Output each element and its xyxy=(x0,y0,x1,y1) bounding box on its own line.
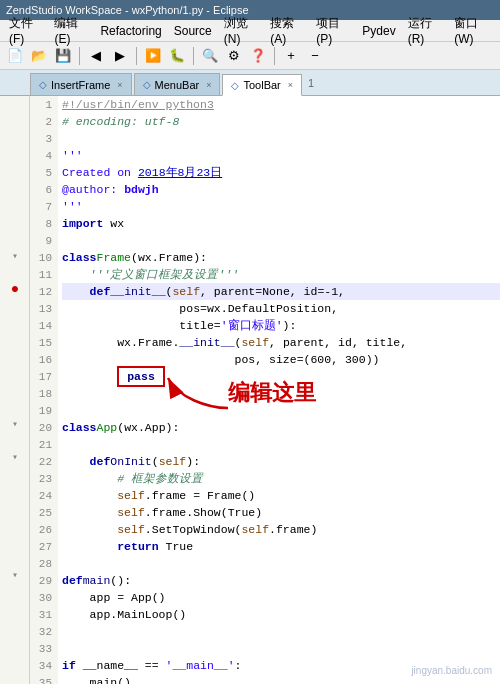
linenum-13: 13 xyxy=(34,300,54,317)
menu-search[interactable]: 搜索(A) xyxy=(265,14,309,47)
menu-browse[interactable]: 浏览(N) xyxy=(219,14,264,47)
tab-insertframe-icon: ◇ xyxy=(39,79,47,90)
code-line-30: app = App() xyxy=(62,589,500,606)
linenum-8: 8 xyxy=(34,215,54,232)
gutter-22[interactable]: ▾ xyxy=(0,449,30,466)
save-button[interactable]: 💾 xyxy=(52,45,74,67)
linenum-10: 10 xyxy=(34,249,54,266)
gutter-7 xyxy=(0,197,30,214)
menu-window[interactable]: 窗口(W) xyxy=(449,14,496,47)
search-button[interactable]: 🔍 xyxy=(199,45,221,67)
tab-insertframe-label: InsertFrame xyxy=(51,79,110,91)
gutter-10[interactable]: ▾ xyxy=(0,247,30,264)
code-line-27: return True xyxy=(62,538,500,555)
code-line-2: # encoding: utf-8 xyxy=(62,113,500,130)
zoom-out-button[interactable]: − xyxy=(304,45,326,67)
tab-menubar[interactable]: ◇ MenuBar × xyxy=(134,73,221,95)
linenum-34: 34 xyxy=(34,657,54,674)
menu-run[interactable]: 运行(R) xyxy=(403,14,448,47)
tab-menubar-close[interactable]: × xyxy=(206,80,211,90)
menu-pydev[interactable]: Pydev xyxy=(357,23,400,39)
tab-insertframe[interactable]: ◇ InsertFrame × xyxy=(30,73,132,95)
gutter-12-breakpoint[interactable]: ● xyxy=(0,281,30,298)
menu-source[interactable]: Source xyxy=(169,23,217,39)
code-line-32 xyxy=(62,623,500,640)
linenum-18: 18 xyxy=(34,385,54,402)
gutter-32 xyxy=(0,617,30,634)
linenum-30: 30 xyxy=(34,589,54,606)
tab-toolbar-close[interactable]: × xyxy=(288,80,293,90)
code-line-12: def __init__(self, parent=None, id=-1, xyxy=(62,283,500,300)
code-line-25: self.frame.Show(True) xyxy=(62,504,500,521)
menu-refactoring[interactable]: Refactoring xyxy=(95,23,166,39)
gutter-1 xyxy=(0,96,30,113)
linenum-12: 12 xyxy=(34,283,54,300)
tab-toolbar-label: ToolBar xyxy=(243,79,280,91)
open-button[interactable]: 📂 xyxy=(28,45,50,67)
zoom-in-button[interactable]: + xyxy=(280,45,302,67)
forward-button[interactable]: ▶ xyxy=(109,45,131,67)
gutter-25 xyxy=(0,499,30,516)
code-lines[interactable]: #!/usr/bin/env python3 # encoding: utf-8… xyxy=(58,96,500,684)
debug-button[interactable]: 🐛 xyxy=(166,45,188,67)
gutter-34 xyxy=(0,650,30,667)
gutter-19 xyxy=(0,398,30,415)
menu-file[interactable]: 文件(F) xyxy=(4,14,47,47)
code-line-29: def main(): xyxy=(62,572,500,589)
gutter-8 xyxy=(0,214,30,231)
new-button[interactable]: 📄 xyxy=(4,45,26,67)
tab-counter: 1 xyxy=(308,77,500,89)
linenum-25: 25 xyxy=(34,504,54,521)
gutter-30 xyxy=(0,583,30,600)
linenum-27: 27 xyxy=(34,538,54,555)
gutter-15 xyxy=(0,331,30,348)
linenum-32: 32 xyxy=(34,623,54,640)
linenum-31: 31 xyxy=(34,606,54,623)
gutter-17 xyxy=(0,365,30,382)
code-line-4: ''' xyxy=(62,147,500,164)
help-button[interactable]: ❓ xyxy=(247,45,269,67)
back-button[interactable]: ◀ xyxy=(85,45,107,67)
linenum-33: 33 xyxy=(34,640,54,657)
pass-keyword: pass xyxy=(117,366,165,387)
code-line-10: class Frame(wx.Frame): xyxy=(62,249,500,266)
menu-bar: 文件(F) 编辑(E) Refactoring Source 浏览(N) 搜索(… xyxy=(0,20,500,42)
linenum-20: 20 xyxy=(34,419,54,436)
linenum-17: 17 xyxy=(34,368,54,385)
gutter-35 xyxy=(0,667,30,684)
linenum-2: 2 xyxy=(34,113,54,130)
gutter-27 xyxy=(0,533,30,550)
gutter-28 xyxy=(0,550,30,567)
code-line-33 xyxy=(62,640,500,657)
gutter-4 xyxy=(0,146,30,163)
line-numbers: 1 2 3 4 5 6 7 8 9 10 11 12 13 14 15 16 1… xyxy=(30,96,58,684)
tab-toolbar[interactable]: ◇ ToolBar × xyxy=(222,74,302,96)
tabs-bar: ◇ InsertFrame × ◇ MenuBar × ◇ ToolBar × … xyxy=(0,70,500,96)
code-line-9 xyxy=(62,232,500,249)
gutter-14 xyxy=(0,314,30,331)
menu-project[interactable]: 项目(P) xyxy=(311,14,355,47)
gutter-18 xyxy=(0,382,30,399)
gutter-29[interactable]: ▾ xyxy=(0,566,30,583)
code-line-8: import wx xyxy=(62,215,500,232)
gutter-24 xyxy=(0,482,30,499)
gutter-20[interactable]: ▾ xyxy=(0,415,30,432)
code-line-26: self.SetTopWindow(self.frame) xyxy=(62,521,500,538)
gutter-16 xyxy=(0,348,30,365)
code-line-31: app.MainLoop() xyxy=(62,606,500,623)
tab-insertframe-close[interactable]: × xyxy=(117,80,122,90)
menu-edit[interactable]: 编辑(E) xyxy=(49,14,93,47)
gutter-6 xyxy=(0,180,30,197)
run-button[interactable]: ▶️ xyxy=(142,45,164,67)
linenum-26: 26 xyxy=(34,521,54,538)
gutter-23 xyxy=(0,466,30,483)
code-content: 1 2 3 4 5 6 7 8 9 10 11 12 13 14 15 16 1… xyxy=(30,96,500,684)
code-line-5: Created on 2018年8月23日 xyxy=(62,164,500,181)
toolbar-separator-4 xyxy=(274,47,275,65)
linenum-7: 7 xyxy=(34,198,54,215)
gutter-2 xyxy=(0,113,30,130)
linenum-14: 14 xyxy=(34,317,54,334)
linenum-6: 6 xyxy=(34,181,54,198)
code-line-11: '''定义窗口框架及设置''' xyxy=(62,266,500,283)
settings-button[interactable]: ⚙ xyxy=(223,45,245,67)
